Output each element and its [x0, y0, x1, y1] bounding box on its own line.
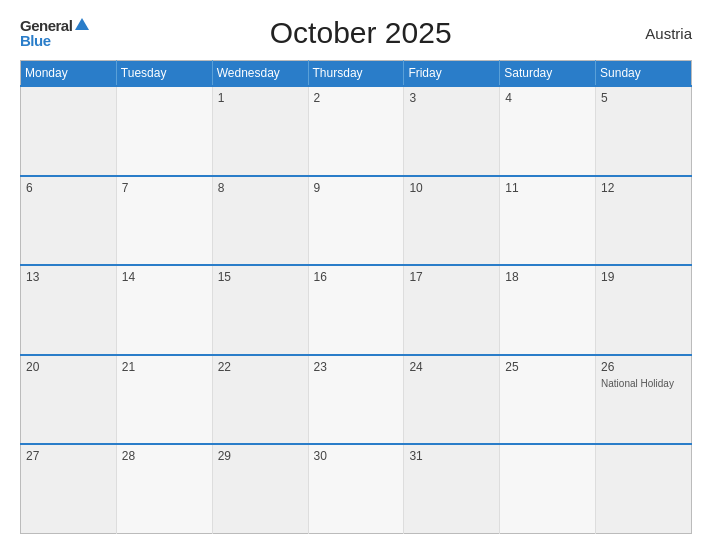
holiday-label: National Holiday	[601, 378, 674, 389]
calendar-cell: 27	[21, 444, 117, 534]
calendar-cell: 22	[212, 355, 308, 445]
calendar-cell	[116, 86, 212, 176]
page: General Blue October 2025 Austria Monday…	[0, 0, 712, 550]
calendar-cell	[21, 86, 117, 176]
calendar-cell: 25	[500, 355, 596, 445]
calendar-cell: 8	[212, 176, 308, 266]
calendar-week-row: 12345	[21, 86, 692, 176]
day-number: 10	[409, 181, 494, 195]
calendar-cell: 13	[21, 265, 117, 355]
day-number: 24	[409, 360, 494, 374]
calendar-cell: 15	[212, 265, 308, 355]
day-number: 26	[601, 360, 686, 374]
day-number: 13	[26, 270, 111, 284]
calendar-table: Monday Tuesday Wednesday Thursday Friday…	[20, 60, 692, 534]
logo-general-text: General	[20, 18, 72, 33]
day-number: 6	[26, 181, 111, 195]
day-number: 31	[409, 449, 494, 463]
col-thursday: Thursday	[308, 61, 404, 87]
calendar-cell: 21	[116, 355, 212, 445]
day-number: 28	[122, 449, 207, 463]
calendar-cell: 16	[308, 265, 404, 355]
calendar-cell: 9	[308, 176, 404, 266]
calendar-cell: 3	[404, 86, 500, 176]
day-number: 8	[218, 181, 303, 195]
calendar-week-row: 2728293031	[21, 444, 692, 534]
day-number: 4	[505, 91, 590, 105]
day-number: 20	[26, 360, 111, 374]
calendar-cell: 28	[116, 444, 212, 534]
day-number: 12	[601, 181, 686, 195]
logo: General Blue	[20, 18, 89, 48]
day-number: 5	[601, 91, 686, 105]
day-number: 11	[505, 181, 590, 195]
day-number: 19	[601, 270, 686, 284]
calendar-cell: 12	[596, 176, 692, 266]
calendar-cell: 20	[21, 355, 117, 445]
day-number: 23	[314, 360, 399, 374]
day-number: 7	[122, 181, 207, 195]
col-sunday: Sunday	[596, 61, 692, 87]
calendar-cell: 19	[596, 265, 692, 355]
weekday-header-row: Monday Tuesday Wednesday Thursday Friday…	[21, 61, 692, 87]
calendar-cell: 14	[116, 265, 212, 355]
calendar-cell: 1	[212, 86, 308, 176]
day-number: 15	[218, 270, 303, 284]
day-number: 17	[409, 270, 494, 284]
col-friday: Friday	[404, 61, 500, 87]
header: General Blue October 2025 Austria	[20, 16, 692, 50]
day-number: 14	[122, 270, 207, 284]
calendar-cell: 24	[404, 355, 500, 445]
col-monday: Monday	[21, 61, 117, 87]
day-number: 22	[218, 360, 303, 374]
day-number: 21	[122, 360, 207, 374]
logo-blue-text: Blue	[20, 33, 89, 48]
calendar-cell: 17	[404, 265, 500, 355]
calendar-cell: 29	[212, 444, 308, 534]
calendar-cell: 4	[500, 86, 596, 176]
col-tuesday: Tuesday	[116, 61, 212, 87]
day-number: 25	[505, 360, 590, 374]
calendar-cell: 18	[500, 265, 596, 355]
calendar-title: October 2025	[89, 16, 632, 50]
calendar-week-row: 13141516171819	[21, 265, 692, 355]
col-saturday: Saturday	[500, 61, 596, 87]
day-number: 18	[505, 270, 590, 284]
calendar-cell	[500, 444, 596, 534]
calendar-cell: 23	[308, 355, 404, 445]
day-number: 27	[26, 449, 111, 463]
col-wednesday: Wednesday	[212, 61, 308, 87]
calendar-cell: 7	[116, 176, 212, 266]
calendar-cell: 2	[308, 86, 404, 176]
day-number: 1	[218, 91, 303, 105]
day-number: 3	[409, 91, 494, 105]
day-number: 30	[314, 449, 399, 463]
calendar-cell: 26National Holiday	[596, 355, 692, 445]
logo-triangle-icon	[75, 18, 89, 30]
day-number: 29	[218, 449, 303, 463]
calendar-week-row: 6789101112	[21, 176, 692, 266]
calendar-cell: 6	[21, 176, 117, 266]
calendar-cell: 11	[500, 176, 596, 266]
calendar-cell: 30	[308, 444, 404, 534]
day-number: 9	[314, 181, 399, 195]
calendar-cell: 5	[596, 86, 692, 176]
country-label: Austria	[632, 25, 692, 42]
calendar-cell	[596, 444, 692, 534]
day-number: 2	[314, 91, 399, 105]
calendar-week-row: 20212223242526National Holiday	[21, 355, 692, 445]
calendar-cell: 31	[404, 444, 500, 534]
day-number: 16	[314, 270, 399, 284]
calendar-cell: 10	[404, 176, 500, 266]
